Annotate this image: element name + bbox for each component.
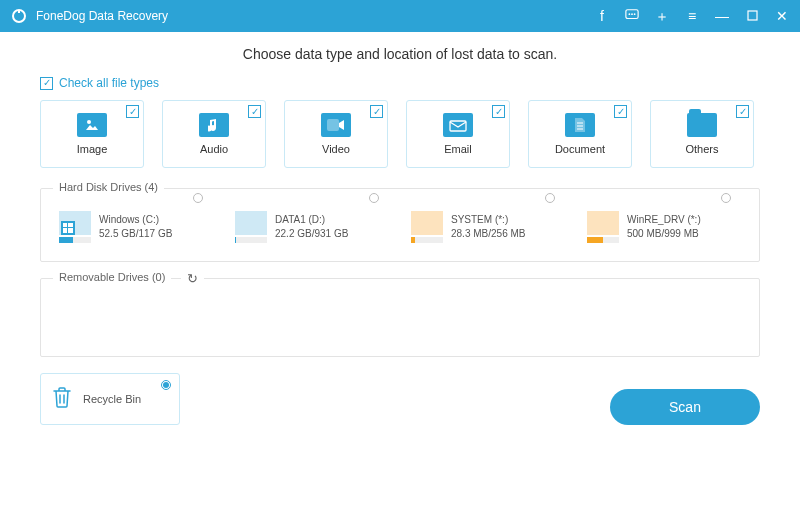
drive-item[interactable]: DATA1 (D:)22.2 GB/931 GB [231, 207, 387, 247]
type-card-audio[interactable]: ✓Audio [162, 100, 266, 168]
drive-size: 500 MB/999 MB [627, 227, 701, 241]
recycle-label: Recycle Bin [83, 393, 141, 405]
drive-info: WinRE_DRV (*:)500 MB/999 MB [627, 213, 701, 241]
hdd-section: Hard Disk Drives (4) Windows (C:)52.5 GB… [40, 188, 760, 262]
type-label: Image [77, 143, 108, 155]
svg-point-2 [629, 13, 631, 15]
type-card-video[interactable]: ✓Video [284, 100, 388, 168]
type-checkbox[interactable]: ✓ [248, 105, 261, 118]
type-icon [199, 113, 229, 137]
hdd-drive-list: Windows (C:)52.5 GB/117 GBDATA1 (D:)22.2… [55, 207, 745, 247]
type-label: Document [555, 143, 605, 155]
drive-info: DATA1 (D:)22.2 GB/931 GB [275, 213, 348, 241]
maximize-icon[interactable] [744, 9, 760, 23]
type-card-email[interactable]: ✓Email [406, 100, 510, 168]
svg-rect-10 [68, 223, 73, 227]
drive-info: Windows (C:)52.5 GB/117 GB [99, 213, 172, 241]
removable-section-title: Removable Drives (0) [53, 271, 171, 283]
facebook-icon[interactable]: f [594, 9, 610, 23]
drive-size: 22.2 GB/931 GB [275, 227, 348, 241]
titlebar: FoneDog Data Recovery f ＋ ≡ — ✕ [0, 0, 800, 32]
type-icon [77, 113, 107, 137]
type-checkbox[interactable]: ✓ [736, 105, 749, 118]
type-checkbox[interactable]: ✓ [492, 105, 505, 118]
drive-info: SYSTEM (*:)28.3 MB/256 MB [451, 213, 525, 241]
type-label: Email [444, 143, 472, 155]
app-logo [10, 7, 28, 25]
add-icon[interactable]: ＋ [654, 9, 670, 23]
minimize-icon[interactable]: — [714, 9, 730, 23]
recycle-bin-card[interactable]: Recycle Bin [40, 373, 180, 425]
menu-icon[interactable]: ≡ [684, 9, 700, 23]
drive-size: 28.3 MB/256 MB [451, 227, 525, 241]
type-label: Audio [200, 143, 228, 155]
drive-name: Windows (C:) [99, 213, 172, 227]
svg-point-4 [634, 13, 636, 15]
check-all-types[interactable]: ✓ Check all file types [40, 76, 760, 90]
recycle-radio[interactable] [161, 380, 171, 390]
type-checkbox[interactable]: ✓ [126, 105, 139, 118]
svg-point-6 [87, 120, 91, 124]
feedback-icon[interactable] [624, 8, 640, 24]
window-controls: f ＋ ≡ — ✕ [594, 8, 790, 24]
svg-rect-5 [748, 11, 757, 20]
type-label: Video [322, 143, 350, 155]
removable-section: Removable Drives (0) ↻ [40, 278, 760, 357]
drive-radio[interactable] [193, 193, 203, 203]
drive-icon [235, 211, 267, 243]
instruction-text: Choose data type and location of lost da… [40, 46, 760, 62]
drive-item[interactable]: SYSTEM (*:)28.3 MB/256 MB [407, 207, 563, 247]
type-checkbox[interactable]: ✓ [370, 105, 383, 118]
type-label: Others [685, 143, 718, 155]
svg-rect-7 [327, 119, 339, 131]
file-type-grid: ✓Image✓Audio✓Video✓Email✓Document✓Others [40, 100, 760, 168]
type-icon [565, 113, 595, 137]
scan-button[interactable]: Scan [610, 389, 760, 425]
check-all-checkbox[interactable]: ✓ [40, 77, 53, 90]
type-icon [321, 113, 351, 137]
drive-name: SYSTEM (*:) [451, 213, 525, 227]
svg-rect-11 [63, 228, 67, 233]
hdd-section-title: Hard Disk Drives (4) [53, 181, 164, 193]
refresh-icon[interactable]: ↻ [181, 271, 204, 286]
svg-point-3 [631, 13, 633, 15]
drive-icon [411, 211, 443, 243]
bottom-row: Recycle Bin Scan [40, 373, 760, 425]
close-icon[interactable]: ✕ [774, 9, 790, 23]
drive-radio[interactable] [545, 193, 555, 203]
trash-icon [51, 385, 73, 414]
check-all-label: Check all file types [59, 76, 159, 90]
drive-item[interactable]: Windows (C:)52.5 GB/117 GB [55, 207, 211, 247]
svg-rect-8 [450, 121, 466, 131]
drive-item[interactable]: WinRE_DRV (*:)500 MB/999 MB [583, 207, 739, 247]
removable-drive-list [55, 297, 745, 342]
main-content: Choose data type and location of lost da… [0, 32, 800, 435]
app-title: FoneDog Data Recovery [36, 9, 168, 23]
drive-name: WinRE_DRV (*:) [627, 213, 701, 227]
type-icon [687, 113, 717, 137]
type-card-document[interactable]: ✓Document [528, 100, 632, 168]
svg-rect-9 [63, 223, 67, 227]
svg-rect-12 [68, 228, 73, 233]
drive-icon [587, 211, 619, 243]
drive-size: 52.5 GB/117 GB [99, 227, 172, 241]
drive-radio[interactable] [721, 193, 731, 203]
type-icon [443, 113, 473, 137]
drive-name: DATA1 (D:) [275, 213, 348, 227]
type-checkbox[interactable]: ✓ [614, 105, 627, 118]
type-card-others[interactable]: ✓Others [650, 100, 754, 168]
drive-icon [59, 211, 91, 243]
drive-radio[interactable] [369, 193, 379, 203]
type-card-image[interactable]: ✓Image [40, 100, 144, 168]
